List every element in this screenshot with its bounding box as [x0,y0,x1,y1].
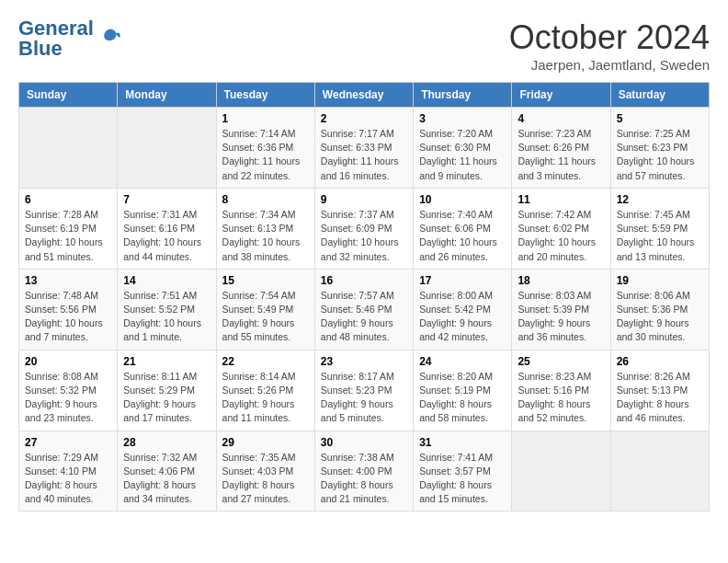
calendar-cell: 18Sunrise: 8:03 AMSunset: 5:39 PMDayligh… [512,269,610,350]
calendar-cell: 20Sunrise: 8:08 AMSunset: 5:32 PMDayligh… [19,350,118,431]
header-row: SundayMondayTuesdayWednesdayThursdayFrid… [19,83,710,108]
calendar-cell: 2Sunrise: 7:17 AMSunset: 6:33 PMDaylight… [314,108,413,189]
day-number: 28 [123,436,210,449]
calendar-cell: 19Sunrise: 8:06 AMSunset: 5:36 PMDayligh… [610,269,709,350]
column-header-sunday: Sunday [19,83,118,108]
day-number: 22 [222,355,309,368]
calendar-cell: 25Sunrise: 8:23 AMSunset: 5:16 PMDayligh… [512,350,610,431]
day-info: Sunrise: 7:35 AMSunset: 4:03 PMDaylight:… [222,451,309,507]
month-title: October 2024 [509,18,710,57]
calendar-cell: 31Sunrise: 7:41 AMSunset: 3:57 PMDayligh… [414,431,512,511]
calendar-cell: 28Sunrise: 7:32 AMSunset: 4:06 PMDayligh… [118,431,216,511]
day-number: 21 [123,355,210,368]
day-number: 25 [518,355,604,368]
day-number: 23 [321,355,407,368]
calendar-table: SundayMondayTuesdayWednesdayThursdayFrid… [18,82,710,511]
column-header-friday: Friday [512,83,610,108]
day-number: 17 [419,274,506,287]
calendar-cell [610,431,709,511]
calendar-cell: 8Sunrise: 7:34 AMSunset: 6:13 PMDaylight… [216,188,314,269]
day-number: 3 [419,112,506,125]
day-number: 19 [617,274,703,287]
column-header-thursday: Thursday [414,83,512,108]
calendar-cell: 1Sunrise: 7:14 AMSunset: 6:36 PMDaylight… [216,108,314,189]
day-number: 9 [321,193,407,206]
calendar-cell: 16Sunrise: 7:57 AMSunset: 5:46 PMDayligh… [314,269,413,350]
calendar-cell [118,108,216,189]
logo-text: GeneralBlue [18,18,94,59]
day-number: 29 [222,436,309,449]
day-info: Sunrise: 7:42 AMSunset: 6:02 PMDaylight:… [518,208,604,264]
calendar-cell: 15Sunrise: 7:54 AMSunset: 5:49 PMDayligh… [216,269,314,350]
column-header-monday: Monday [118,83,216,108]
calendar-cell: 27Sunrise: 7:29 AMSunset: 4:10 PMDayligh… [19,431,118,511]
day-info: Sunrise: 8:23 AMSunset: 5:16 PMDaylight:… [518,370,604,426]
day-info: Sunrise: 7:31 AMSunset: 6:16 PMDaylight:… [123,208,210,264]
calendar-cell [512,431,610,511]
page-header: GeneralBlue October 2024 Jaerpen, Jaemtl… [18,18,710,73]
day-number: 26 [617,355,703,368]
day-number: 14 [123,274,210,287]
day-info: Sunrise: 7:54 AMSunset: 5:49 PMDaylight:… [222,289,309,345]
day-info: Sunrise: 7:57 AMSunset: 5:46 PMDaylight:… [321,289,407,345]
calendar-cell: 14Sunrise: 7:51 AMSunset: 5:52 PMDayligh… [118,269,216,350]
day-info: Sunrise: 8:14 AMSunset: 5:26 PMDaylight:… [222,370,309,426]
calendar-cell: 22Sunrise: 8:14 AMSunset: 5:26 PMDayligh… [216,350,314,431]
day-number: 13 [25,274,111,287]
calendar-cell: 11Sunrise: 7:42 AMSunset: 6:02 PMDayligh… [512,188,610,269]
day-info: Sunrise: 8:26 AMSunset: 5:13 PMDaylight:… [617,370,703,426]
logo: GeneralBlue [18,18,121,59]
day-number: 2 [321,112,407,125]
day-info: Sunrise: 8:08 AMSunset: 5:32 PMDaylight:… [25,370,111,426]
day-number: 27 [25,436,111,449]
calendar-cell: 29Sunrise: 7:35 AMSunset: 4:03 PMDayligh… [216,431,314,511]
day-number: 15 [222,274,309,287]
calendar-cell: 3Sunrise: 7:20 AMSunset: 6:30 PMDaylight… [414,108,512,189]
day-info: Sunrise: 7:41 AMSunset: 3:57 PMDaylight:… [419,451,506,507]
column-header-saturday: Saturday [610,83,709,108]
calendar-cell: 13Sunrise: 7:48 AMSunset: 5:56 PMDayligh… [19,269,118,350]
day-info: Sunrise: 7:51 AMSunset: 5:52 PMDaylight:… [123,289,210,345]
day-info: Sunrise: 8:11 AMSunset: 5:29 PMDaylight:… [123,370,210,426]
day-info: Sunrise: 7:23 AMSunset: 6:26 PMDaylight:… [518,127,604,183]
week-row-2: 6Sunrise: 7:28 AMSunset: 6:19 PMDaylight… [19,188,710,269]
day-info: Sunrise: 7:29 AMSunset: 4:10 PMDaylight:… [25,451,111,507]
calendar-cell: 4Sunrise: 7:23 AMSunset: 6:26 PMDaylight… [512,108,610,189]
column-header-wednesday: Wednesday [314,83,413,108]
day-info: Sunrise: 7:28 AMSunset: 6:19 PMDaylight:… [25,208,111,264]
day-info: Sunrise: 7:25 AMSunset: 6:23 PMDaylight:… [617,127,703,183]
day-number: 6 [25,193,111,206]
day-number: 11 [518,193,604,206]
week-row-5: 27Sunrise: 7:29 AMSunset: 4:10 PMDayligh… [19,431,710,511]
day-info: Sunrise: 8:06 AMSunset: 5:36 PMDaylight:… [617,289,703,345]
day-info: Sunrise: 7:32 AMSunset: 4:06 PMDaylight:… [123,451,210,507]
week-row-4: 20Sunrise: 8:08 AMSunset: 5:32 PMDayligh… [19,350,710,431]
day-number: 31 [419,436,506,449]
calendar-cell: 17Sunrise: 8:00 AMSunset: 5:42 PMDayligh… [414,269,512,350]
day-info: Sunrise: 7:40 AMSunset: 6:06 PMDaylight:… [419,208,506,264]
calendar-cell: 7Sunrise: 7:31 AMSunset: 6:16 PMDaylight… [118,188,216,269]
day-number: 1 [222,112,309,125]
calendar-cell [19,108,118,189]
day-info: Sunrise: 7:45 AMSunset: 5:59 PMDaylight:… [617,208,703,264]
week-row-3: 13Sunrise: 7:48 AMSunset: 5:56 PMDayligh… [19,269,710,350]
day-info: Sunrise: 7:17 AMSunset: 6:33 PMDaylight:… [321,127,407,183]
day-info: Sunrise: 7:20 AMSunset: 6:30 PMDaylight:… [419,127,506,183]
day-number: 5 [617,112,703,125]
day-number: 24 [419,355,506,368]
week-row-1: 1Sunrise: 7:14 AMSunset: 6:36 PMDaylight… [19,108,710,189]
title-block: October 2024 Jaerpen, Jaemtland, Sweden [509,18,710,73]
day-number: 7 [123,193,210,206]
calendar-cell: 23Sunrise: 8:17 AMSunset: 5:23 PMDayligh… [314,350,413,431]
calendar-cell: 12Sunrise: 7:45 AMSunset: 5:59 PMDayligh… [610,188,709,269]
day-number: 10 [419,193,506,206]
calendar-cell: 6Sunrise: 7:28 AMSunset: 6:19 PMDaylight… [19,188,118,269]
day-info: Sunrise: 8:03 AMSunset: 5:39 PMDaylight:… [518,289,604,345]
calendar-cell: 30Sunrise: 7:38 AMSunset: 4:00 PMDayligh… [314,431,413,511]
day-number: 16 [321,274,407,287]
day-info: Sunrise: 7:34 AMSunset: 6:13 PMDaylight:… [222,208,309,264]
day-number: 4 [518,112,604,125]
day-info: Sunrise: 8:17 AMSunset: 5:23 PMDaylight:… [321,370,407,426]
calendar-cell: 24Sunrise: 8:20 AMSunset: 5:19 PMDayligh… [414,350,512,431]
day-number: 20 [25,355,111,368]
